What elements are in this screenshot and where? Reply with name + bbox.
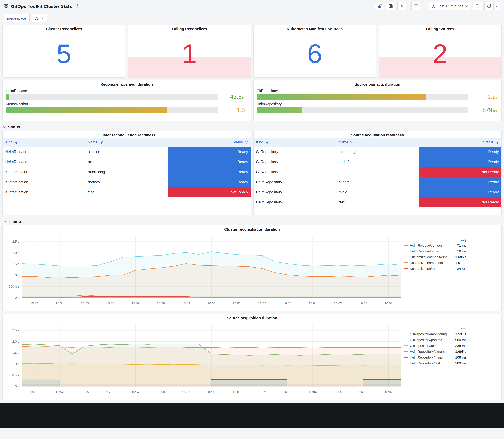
legend-item[interactable]: Kustomization/podinfo1.071 s [404,260,466,266]
share-icon[interactable] [75,4,79,8]
table-row: HelmReleaseminioReady [3,157,250,167]
series-avg-value: 16 ms [457,249,466,253]
stat-value: 5 [3,25,125,77]
legend-item[interactable]: Kustomization/monitoring1.605 s [404,254,466,260]
gauge-value: 43.6ms [221,94,247,100]
stat-value: 2 [379,25,501,77]
series-name[interactable]: GitRepository/monitoring [410,332,454,336]
series-avg-value: 980 ms [455,338,466,341]
cycle-view-mode-button[interactable] [411,2,421,10]
svg-text:15:59: 15:59 [182,390,190,394]
series-name[interactable]: Kustomization/podinfo [410,261,454,265]
time-range-picker[interactable]: Last 15 minutes [429,2,470,10]
series-name[interactable]: HelmRepository/bitnami [410,350,454,353]
dashboards-grid-icon[interactable] [4,4,8,8]
svg-text:1.0 s: 1.0 s [12,362,19,366]
name-cell: test2 [336,167,419,177]
series-name[interactable]: Kustomization/test [410,267,455,270]
panel-title[interactable]: Cluster reconciliation duration [3,225,501,232]
series-name[interactable]: HelmRelease/contour [410,243,455,247]
legend-item[interactable]: GitRepository/podinfo980 ms [404,337,466,343]
svg-text:15:55: 15:55 [81,390,89,394]
status-badge: Ready [419,177,501,187]
panel-title[interactable]: Failing Reconcilers [128,25,251,32]
column-header-name[interactable]: Name [85,140,168,144]
filter-icon[interactable] [265,141,269,144]
panel-title[interactable]: Source ops avg. duration [257,80,498,87]
legend-item[interactable]: GitRepository/test2338 ms [404,343,466,348]
column-header-status[interactable]: Status [168,140,250,144]
svg-text:16:03: 16:03 [283,302,291,305]
dashboard-settings-button[interactable] [397,2,406,10]
panel-title[interactable]: Failing Sources [379,25,501,32]
time-series-plot[interactable]: 15:5315:5415:5515:5615:5715:5815:5916:00… [4,321,404,399]
panel-title[interactable]: Source acquisition duration [3,314,501,321]
series-color-dash [404,340,408,340]
svg-text:15:58: 15:58 [157,390,165,394]
legend-item[interactable]: HelmRelease/minio16 ms [404,248,466,254]
gauge-fill-bar [6,107,167,113]
panel-title[interactable]: Cluster Reconcilers [3,25,125,32]
add-panel-button[interactable] [375,2,384,10]
legend-avg-header[interactable]: avg [404,238,466,241]
column-header-name[interactable]: Name [336,140,419,144]
panel-title[interactable]: Reconciler ops avg. duration [6,80,247,87]
svg-text:16:06: 16:06 [359,302,367,305]
status-badge: Not Ready [419,197,501,207]
series-color-dash [404,262,408,263]
filter-icon[interactable] [245,141,248,144]
column-header-status[interactable]: Status [419,140,501,144]
refresh-interval-dropdown[interactable] [494,2,500,10]
kind-cell: HelmRepository [254,177,336,187]
kind-cell: HelmRepository [254,187,336,197]
legend-item[interactable]: HelmRepository/test289 ms [404,360,466,366]
filter-icon[interactable] [495,141,499,144]
legend-item[interactable]: HelmRepository/minio108 ms [404,354,466,360]
time-series-plot[interactable]: 15:5315:5415:5515:5615:5715:5815:5916:00… [4,233,404,310]
svg-text:16:07: 16:07 [384,390,393,394]
time-range-label: Last 15 minutes [437,4,463,8]
namespace-variable-select[interactable]: All [32,14,48,22]
top-bar: GitOps Toolkit Cluster Stats [0,0,504,12]
series-avg-value: 84 ms [457,267,466,270]
svg-text:0 s: 0 s [15,296,19,299]
series-name[interactable]: HelmRepository/test [410,361,454,365]
legend-item[interactable]: HelmRelease/contour71 ms [404,242,466,248]
stat-panel-kubernetes-manifests-sources: Kubernetes Manifests Sources 6 [253,25,376,78]
status-badge: Ready [419,157,501,167]
svg-text:15:54: 15:54 [56,390,64,394]
gauge-value: 1.3s [221,107,247,113]
panel-title[interactable]: Cluster reconciliation readiness [3,131,250,138]
section-row-timing[interactable]: Timing [3,219,501,224]
column-header-kind[interactable]: Kind [3,140,85,144]
legend-item[interactable]: GitRepository/monitoring1.594 s [404,331,466,337]
filter-icon[interactable] [99,141,103,144]
series-name[interactable]: GitRepository/test2 [410,344,454,347]
section-row-status[interactable]: Status [3,125,501,129]
filter-icon[interactable] [14,141,18,144]
svg-text:15:58: 15:58 [157,302,165,305]
kind-cell: HelmRelease [3,147,85,157]
namespace-variable-value: All [35,16,39,20]
series-name[interactable]: HelmRepository/minio [410,355,454,359]
series-name[interactable]: HelmRelease/minio [410,249,455,253]
svg-text:16:03: 16:03 [283,390,291,394]
kind-cell: GitRepository [254,157,336,167]
refresh-button[interactable] [484,2,494,10]
panel-title[interactable]: Kubernetes Manifests Sources [254,25,376,32]
series-avg-value: 1.594 s [455,332,466,336]
save-dashboard-button[interactable] [386,2,395,10]
column-header-kind[interactable]: Kind [254,140,336,144]
legend-item[interactable]: HelmRepository/bitnami1.695 s [404,348,466,354]
series-name[interactable]: Kustomization/monitoring [410,255,454,259]
legend-avg-header[interactable]: avg [404,326,466,330]
table-row: HelmRepositorybitnamiReady [254,177,501,187]
filter-icon[interactable] [350,141,354,144]
status-badge: Ready [419,147,501,157]
legend-item[interactable]: Kustomization/test84 ms [404,266,466,271]
gauge-track [6,94,217,100]
panel-title[interactable]: Source acquisition readiness [254,131,501,138]
table-row: HelmRepositorytestNot Ready [254,197,501,207]
zoom-out-button[interactable] [473,2,482,10]
series-name[interactable]: GitRepository/podinfo [410,338,454,341]
